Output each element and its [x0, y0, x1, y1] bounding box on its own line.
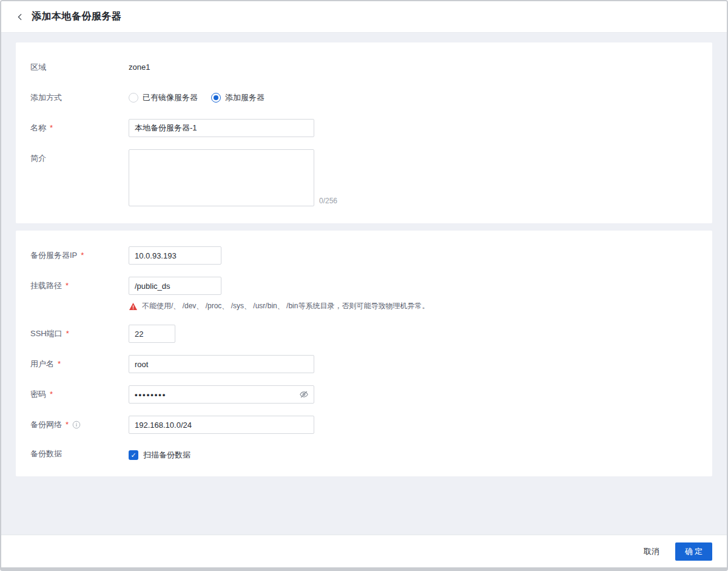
- required-asterisk: *: [81, 246, 84, 265]
- scan-backup-data-checkbox[interactable]: ✓: [129, 450, 138, 460]
- backup-network-input[interactable]: [129, 416, 314, 434]
- name-input[interactable]: [129, 119, 314, 137]
- required-asterisk: *: [66, 416, 69, 434]
- mount-path-warning-text: 不能使用/、 /dev、 /proc、 /sys、 /usr/bin、 /bin…: [142, 301, 429, 311]
- ssh-port-input[interactable]: [129, 325, 175, 343]
- password-label: 密码: [30, 385, 46, 404]
- add-local-backup-server-page: 添加本地备份服务器 区域 zone1 添加方式 已有镜像服务器: [0, 0, 728, 571]
- required-asterisk: *: [58, 355, 61, 373]
- description-textarea[interactable]: [129, 149, 314, 206]
- page-title: 添加本地备份服务器: [32, 10, 122, 23]
- radio-add-server[interactable]: 添加服务器: [211, 92, 265, 103]
- radio-existing-image-server[interactable]: 已有镜像服务器: [129, 92, 198, 103]
- backup-network-label: 备份网络: [30, 416, 62, 434]
- password-input[interactable]: [129, 385, 314, 404]
- mount-path-input[interactable]: [129, 277, 221, 295]
- radio-unselected-icon[interactable]: [129, 93, 138, 103]
- add-mode-radio-group: 已有镜像服务器 添加服务器: [129, 89, 265, 107]
- password-row: 密码 *: [30, 385, 698, 404]
- server-detail-card: 备份服务器IP * 挂载路径 *: [16, 231, 712, 476]
- backup-network-row: 备份网络 *: [30, 416, 698, 434]
- backup-server-ip-row: 备份服务器IP *: [30, 246, 698, 265]
- radio-selected-icon[interactable]: [211, 93, 221, 103]
- zone-value: zone1: [129, 58, 150, 76]
- eye-off-icon[interactable]: [299, 390, 309, 399]
- username-row: 用户名 *: [30, 355, 698, 373]
- char-counter: 0/256: [319, 197, 337, 205]
- mount-path-warning-row: 不能使用/、 /dev、 /proc、 /sys、 /usr/bin、 /bin…: [30, 301, 698, 311]
- required-asterisk: *: [66, 277, 69, 295]
- confirm-button[interactable]: 确定: [675, 542, 712, 561]
- scan-backup-data-checkbox-label: 扫描备份数据: [143, 450, 190, 461]
- required-asterisk: *: [50, 119, 53, 137]
- name-row: 名称 *: [30, 119, 698, 137]
- mount-path-row: 挂载路径 *: [30, 277, 698, 295]
- zone-row: 区域 zone1: [30, 58, 698, 76]
- page-header: 添加本地备份服务器: [1, 1, 727, 33]
- backup-data-row: 备份数据 ✓ 扫描备份数据: [30, 446, 698, 462]
- name-label: 名称: [30, 119, 46, 137]
- username-input[interactable]: [129, 355, 314, 373]
- username-label: 用户名: [30, 355, 54, 373]
- zone-label: 区域: [30, 58, 46, 76]
- basic-info-card: 区域 zone1 添加方式 已有镜像服务器 添加服务器: [16, 42, 712, 223]
- description-row: 简介 0/256: [30, 149, 698, 206]
- back-icon[interactable]: [16, 13, 24, 21]
- ssh-port-row: SSH端口 *: [30, 325, 698, 343]
- cancel-button[interactable]: 取消: [644, 546, 659, 557]
- mount-path-label: 挂载路径: [30, 277, 62, 295]
- footer-action-bar: 取消 确定: [1, 535, 727, 567]
- warning-icon: [129, 302, 138, 311]
- required-asterisk: *: [66, 325, 69, 343]
- form-content: 区域 zone1 添加方式 已有镜像服务器 添加服务器: [1, 33, 727, 535]
- backup-server-ip-input[interactable]: [129, 246, 221, 265]
- required-asterisk: *: [50, 385, 53, 404]
- description-label: 简介: [30, 149, 46, 167]
- add-mode-label: 添加方式: [30, 89, 62, 107]
- info-icon[interactable]: [72, 421, 81, 429]
- backup-server-ip-label: 备份服务器IP: [30, 246, 77, 265]
- ssh-port-label: SSH端口: [30, 325, 62, 343]
- add-mode-row: 添加方式 已有镜像服务器 添加服务器: [30, 89, 698, 107]
- radio-existing-image-server-label: 已有镜像服务器: [143, 92, 198, 103]
- radio-add-server-label: 添加服务器: [225, 92, 265, 103]
- backup-data-label: 备份数据: [30, 446, 62, 462]
